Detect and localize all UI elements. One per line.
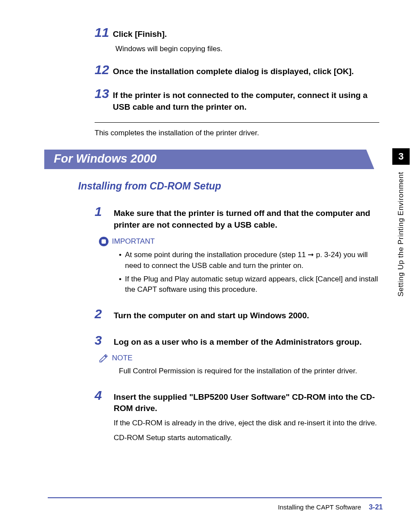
step-number: 12 [95, 63, 113, 76]
callout-label: NOTE [112, 354, 132, 362]
page-number: 3-21 [369, 503, 383, 511]
step-13: 13 If the printer is not connected to th… [95, 87, 379, 113]
bullet: If the Plug and Play automatic setup wiz… [119, 274, 379, 295]
note-callout: NOTE Full Control Permission is required… [99, 354, 379, 377]
subsection-heading: Installing from CD-ROM Setup [78, 180, 382, 192]
step-12: 12 Once the installation complete dialog… [95, 63, 379, 78]
step-2: 2 Turn the computer on and start up Wind… [95, 307, 379, 322]
step-body: If the CD-ROM is already in the drive, e… [114, 418, 379, 443]
step-number: 4 [95, 389, 110, 402]
section-heading: For Windows 2000 [44, 150, 374, 169]
manual-page: 11 Click [Finish]. Windows will begin co… [0, 0, 414, 532]
footer-rule [48, 497, 382, 498]
step-number: 11 [95, 26, 113, 39]
stop-icon [99, 237, 108, 246]
step-list-top: 11 Click [Finish]. Windows will begin co… [95, 26, 379, 113]
step-number: 13 [95, 87, 113, 100]
chapter-label: Setting Up the Printing Environment [397, 169, 405, 299]
step-number: 3 [95, 334, 110, 347]
note-text: Full Control Permission is required for … [119, 366, 379, 377]
divider [95, 122, 379, 123]
step-4: 4 Insert the supplied "LBP5200 User Soft… [95, 389, 379, 443]
step-body-text: If the CD-ROM is already in the drive, e… [114, 418, 379, 428]
content-area: 11 Click [Finish]. Windows will begin co… [48, 26, 382, 443]
step-title: Turn the computer on and start up Window… [110, 307, 309, 322]
step-title: Insert the supplied "LBP5200 User Softwa… [110, 389, 379, 415]
callout-bullets: At some point during the installation pr… [119, 250, 379, 295]
footer-section: Installing the CAPT Software [278, 503, 361, 511]
callout-label: IMPORTANT [112, 237, 155, 246]
step-number: 1 [95, 205, 110, 218]
step-number: 2 [95, 307, 110, 320]
step-3: 3 Log on as a user who is a member of th… [95, 334, 379, 377]
step-11: 11 Click [Finish]. Windows will begin co… [95, 26, 379, 54]
chapter-tab: 3 Setting Up the Printing Environment [392, 148, 410, 299]
step-body-text: CD-ROM Setup starts automatically. [114, 433, 379, 443]
step-1: 1 Make sure that the printer is turned o… [95, 205, 379, 295]
important-callout: IMPORTANT At some point during the insta… [99, 237, 379, 295]
step-body: Windows will begin copying files. [115, 44, 379, 54]
completion-text: This completes the installation of the p… [95, 129, 382, 137]
pencil-icon [99, 354, 108, 362]
step-title: Make sure that the printer is turned off… [110, 205, 379, 231]
step-body-text: Windows will begin copying files. [115, 44, 379, 54]
chapter-number: 3 [392, 148, 410, 165]
step-title: Click [Finish]. [113, 26, 167, 40]
bullet: At some point during the installation pr… [119, 250, 379, 271]
step-title: Log on as a user who is a member of the … [110, 334, 362, 348]
step-title: Once the installation complete dialog is… [113, 63, 354, 78]
page-footer: Installing the CAPT Software 3-21 [278, 503, 383, 511]
step-list-bottom: 1 Make sure that the printer is turned o… [95, 205, 379, 443]
step-title: If the printer is not connected to the c… [113, 87, 379, 113]
